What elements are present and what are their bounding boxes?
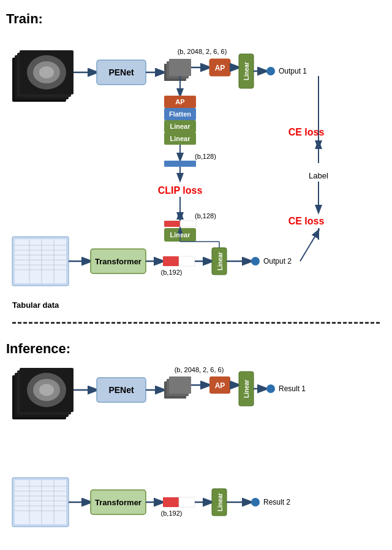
train-section: Train: PENet (b, 2048, 2, 6, 6) (0, 0, 392, 316)
svg-rect-12 (169, 59, 191, 76)
train-tabular-label: Tabular data (12, 300, 386, 310)
result2-label: Result 2 (263, 498, 290, 506)
ce-loss-2-label: CE loss (288, 216, 325, 226)
svg-point-79 (266, 384, 275, 393)
clip-loss-label: CLIP loss (158, 185, 203, 196)
ap-inf-label: AP (215, 381, 225, 390)
linear-top-label: Linear (243, 62, 250, 80)
tabular-data-inf (12, 478, 69, 527)
tabular-data-train (12, 237, 69, 286)
svg-rect-52 (179, 256, 195, 266)
section-divider (12, 322, 380, 324)
svg-rect-38 (15, 239, 66, 283)
inference-section: Inference: PENet (b, 2048, 2, 6, 6) (0, 330, 392, 550)
svg-rect-51 (163, 256, 179, 266)
svg-rect-94 (163, 497, 179, 507)
penet-label-train: PENet (108, 67, 134, 77)
feature-maps-train (164, 59, 191, 81)
label-text: Label (309, 171, 328, 180)
svg-line-57 (300, 231, 318, 261)
b128-bot-label: (b,128) (195, 212, 216, 220)
ap-top-label: AP (215, 64, 225, 72)
svg-point-6 (39, 66, 54, 78)
svg-rect-95 (179, 497, 195, 507)
output2-label: Output 2 (263, 257, 292, 265)
b192-label-inf: (b,192) (161, 510, 183, 517)
b192-label-train: (b,192) (161, 269, 183, 276)
flatten-label: Flatten (169, 110, 191, 118)
ap-mid-label: AP (175, 98, 184, 105)
b2048266-label-train: (b, 2048, 2, 6, 6) (178, 48, 227, 55)
svg-rect-33 (180, 221, 196, 227)
svg-point-67 (39, 384, 54, 396)
result1-label: Result 1 (279, 384, 306, 393)
ce-loss-1-label: CE loss (288, 127, 325, 137)
ct-scan-train (12, 50, 74, 102)
inference-title: Inference: (6, 341, 386, 357)
train-diagram: PENet (b, 2048, 2, 6, 6) AP Linear Outpu… (6, 34, 386, 298)
svg-rect-81 (15, 480, 66, 524)
linear-mid1-label: Linear (170, 123, 190, 130)
svg-rect-29 (164, 161, 196, 167)
b2048266-label-inf: (b, 2048, 2, 6, 6) (175, 366, 224, 373)
linear-tabular-label: Linear (217, 252, 224, 270)
svg-rect-32 (164, 221, 180, 227)
ct-scan-inference (12, 368, 74, 419)
output1-label: Output 1 (279, 67, 307, 75)
b128-top-label: (b,128) (195, 153, 216, 160)
linear-inf-bot-label: Linear (217, 493, 224, 511)
svg-point-18 (266, 67, 275, 75)
svg-rect-73 (169, 376, 191, 394)
transformer-label-train: Transformer (95, 257, 141, 266)
linear-inf-top-label: Linear (243, 380, 250, 398)
svg-point-56 (251, 257, 260, 265)
svg-point-99 (251, 498, 260, 506)
penet-label-inf: PENet (108, 385, 134, 395)
feature-maps-inf (164, 376, 191, 399)
transformer-label-inf: Transformer (95, 498, 141, 507)
linear-mid2-label: Linear (170, 135, 190, 142)
train-title: Train: (6, 11, 386, 27)
inference-diagram: PENet (b, 2048, 2, 6, 6) AP Linear Resul… (6, 364, 386, 548)
